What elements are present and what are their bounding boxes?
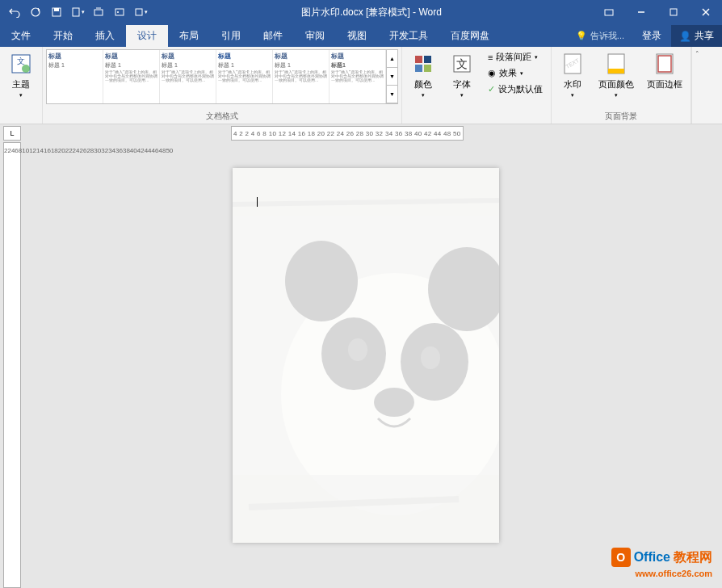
tab-file[interactable]: 文件 [0, 25, 42, 47]
tab-mailings[interactable]: 邮件 [252, 25, 294, 47]
paragraph-spacing-button[interactable]: ≡段落间距▾ [483, 49, 548, 65]
style-item[interactable]: 标题 标题 1 对于"插入"选项卡上的库。相对中包含与文档整体外观协调一致的项目… [103, 50, 160, 103]
vertical-ruler[interactable]: 2246810121416182022242628303234363840424… [3, 142, 21, 588]
style-item[interactable]: 标题 标题 1 对于"插入"选项卡上的库。相对中包含与文档整体外观协调一致的项目… [273, 50, 330, 103]
fonts-icon: 文 [449, 51, 475, 77]
title-bar: ▾ ▾ 图片水印.docx [兼容模式] - Word [0, 0, 722, 24]
svg-point-35 [285, 241, 358, 321]
effects-button[interactable]: ◉效果▾ [483, 65, 548, 81]
tab-design[interactable]: 设计 [126, 25, 168, 47]
ribbon: 文 主题 ▾ 标题 标题 1 标题 标题 1 对于"插入"选项卡上的库。相对中包… [0, 47, 722, 124]
svg-rect-25 [608, 69, 624, 74]
style-gallery[interactable]: 标题 标题 1 标题 标题 1 对于"插入"选项卡上的库。相对中包含与文档整体外… [46, 49, 398, 104]
tab-layout[interactable]: 布局 [168, 25, 210, 47]
collapse-ribbon-button[interactable]: ˄ [691, 47, 703, 124]
login-button[interactable]: 登录 [632, 25, 671, 47]
page-borders-button[interactable]: 页面边框 [642, 49, 687, 92]
svg-rect-26 [657, 54, 673, 74]
page-borders-icon [652, 51, 678, 77]
fonts-button[interactable]: 文 字体 ▾ [444, 49, 480, 100]
svg-point-15 [22, 65, 30, 73]
page-color-icon [603, 51, 629, 77]
tab-insert[interactable]: 插入 [84, 25, 126, 47]
close-button[interactable] [690, 0, 722, 24]
format-options-group: 颜色 ▾ 文 字体 ▾ ≡段落间距▾ ◉效果▾ ✓设为默认值 [402, 47, 552, 124]
svg-rect-18 [415, 65, 422, 72]
ruler-corner[interactable]: L [3, 126, 21, 141]
logo-icon: O [611, 548, 631, 567]
svg-rect-19 [424, 65, 431, 72]
colors-button[interactable]: 颜色 ▾ [405, 49, 441, 100]
style-item[interactable]: 标题 标题 1 对于"插入"选项卡上的库。相对中包含与文档整体外观协调一致的项目… [216, 50, 273, 103]
svg-text:文: 文 [17, 57, 25, 65]
quick-access-toolbar: ▾ ▾ [0, 2, 150, 22]
logo-url: www.office26.com [635, 569, 712, 578]
qat-icon-6[interactable] [110, 2, 129, 22]
svg-text:文: 文 [456, 57, 468, 70]
svg-point-0 [31, 8, 40, 16]
share-button[interactable]: 👤共享 [671, 25, 722, 47]
dropdown-icon: ▾ [460, 92, 464, 99]
page-color-button[interactable]: 页面颜色 ▾ [594, 49, 639, 100]
gallery-up-button[interactable]: ▲ [387, 50, 397, 68]
svg-rect-5 [115, 9, 124, 15]
spacing-icon: ≡ [488, 52, 493, 62]
doc-format-group: 标题 标题 1 标题 标题 1 对于"插入"选项卡上的库。相对中包含与文档整体外… [43, 47, 402, 124]
gallery-scroll: ▲ ▼ ▼ [386, 50, 397, 103]
logo-overlay: O Office教程网 [611, 548, 712, 567]
maximize-button[interactable] [657, 0, 690, 24]
svg-rect-38 [233, 168, 499, 216]
svg-rect-16 [415, 56, 422, 63]
redo-button[interactable] [26, 2, 45, 22]
tab-developer[interactable]: 开发工具 [378, 25, 439, 47]
themes-button[interactable]: 文 主题 ▾ [3, 49, 39, 100]
qat-icon-5[interactable] [89, 2, 108, 22]
dropdown-icon: ▾ [19, 92, 23, 99]
ruler-area: L 4 2 2 4 6 8 10 12 14 16 18 20 22 24 26… [0, 124, 722, 142]
svg-rect-3 [73, 8, 79, 16]
person-icon: 👤 [679, 31, 691, 42]
lightbulb-icon: 💡 [576, 31, 587, 41]
undo-button[interactable] [5, 2, 24, 22]
svg-point-6 [117, 11, 119, 13]
new-doc-button[interactable]: ▾ [68, 2, 87, 22]
tab-view[interactable]: 视图 [336, 25, 378, 47]
panda-watermark [233, 168, 499, 543]
tab-home[interactable]: 开始 [42, 25, 84, 47]
svg-point-33 [421, 346, 440, 369]
page[interactable] [233, 168, 499, 543]
svg-rect-10 [670, 9, 677, 15]
gallery-more-button[interactable]: ▼ [387, 86, 397, 103]
svg-rect-7 [136, 9, 142, 15]
tab-baidu[interactable]: 百度网盘 [439, 25, 501, 47]
tell-me-search[interactable]: 💡告诉我... [568, 26, 632, 46]
qat-icon-7[interactable]: ▾ [131, 2, 150, 22]
themes-group: 文 主题 ▾ [0, 47, 43, 124]
style-item[interactable]: 标题 标题 1 对于"插入"选项卡上的库。相对中包含与文档整体外观协调一致的项目… [160, 50, 216, 103]
colors-icon [410, 51, 436, 77]
text-cursor [257, 197, 258, 207]
check-icon: ✓ [488, 84, 495, 94]
horizontal-ruler[interactable]: 4 2 2 4 6 8 10 12 14 16 18 20 22 24 26 2… [231, 126, 464, 141]
svg-rect-17 [424, 56, 431, 63]
svg-rect-4 [94, 10, 103, 15]
document-canvas[interactable] [24, 142, 722, 588]
style-item[interactable]: 标题 标题1 对于"插入"选项卡上的库。相对中包含与文档整体外观协调一致的项目。… [330, 50, 386, 103]
watermark-button[interactable]: TEXT 水印 ▾ [555, 49, 590, 100]
watermark-icon: TEXT [560, 51, 586, 77]
style-item[interactable]: 标题 标题 1 [47, 50, 103, 103]
ribbon-tabs: 文件 开始 插入 设计 布局 引用 邮件 审阅 视图 开发工具 百度网盘 💡告诉… [0, 24, 722, 47]
save-button[interactable] [47, 2, 66, 22]
svg-point-34 [374, 388, 414, 417]
window-title: 图片水印.docx [兼容模式] - Word [150, 6, 593, 19]
window-controls [593, 0, 722, 24]
set-default-button[interactable]: ✓设为默认值 [483, 82, 548, 97]
ribbon-display-button[interactable] [593, 0, 625, 24]
tab-review[interactable]: 审阅 [294, 25, 336, 47]
svg-point-32 [348, 338, 367, 361]
tab-references[interactable]: 引用 [210, 25, 252, 47]
minimize-button[interactable] [625, 0, 657, 24]
page-background-group: TEXT 水印 ▾ 页面颜色 ▾ 页面边框 页面背景 [552, 47, 691, 124]
gallery-down-button[interactable]: ▼ [387, 68, 397, 86]
dropdown-icon: ▾ [422, 92, 425, 99]
